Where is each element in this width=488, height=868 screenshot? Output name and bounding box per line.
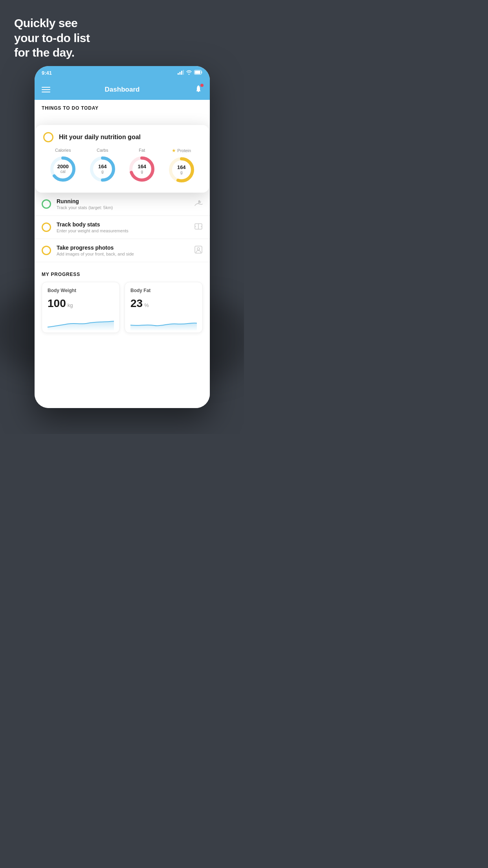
body-fat-title: Body Fat (130, 288, 197, 293)
todo-body-stats[interactable]: Track body stats Enter your weight and m… (35, 216, 210, 239)
progress-section: MY PROGRESS Body Weight 100 kg (35, 262, 210, 333)
nutrition-fat: Fat 164 g (128, 148, 156, 183)
fat-value: 164 (138, 164, 146, 169)
signal-icon (178, 70, 184, 75)
body-stats-checkbox[interactable] (42, 223, 51, 232)
person-icon (194, 245, 203, 256)
svg-rect-5 (195, 71, 200, 74)
body-fat-chart (130, 315, 197, 331)
calories-unit: cal (57, 170, 69, 174)
fat-unit: g (138, 170, 146, 174)
running-text: Running Track your stats (target: 5km) (57, 198, 194, 210)
carbs-label: Carbs (97, 148, 108, 153)
carbs-value: 164 (98, 164, 107, 169)
status-time: 9:41 (42, 70, 52, 76)
carbs-donut: 164 g (88, 155, 117, 183)
progress-photos-subtitle: Add images of your front, back, and side (57, 252, 194, 256)
status-bar: 9:41 (35, 66, 210, 79)
card-main-title: Hit your daily nutrition goal (59, 134, 141, 141)
scale-icon (194, 222, 203, 233)
nutrition-calories: Calories 2000 cal (49, 148, 77, 183)
body-weight-value-row: 100 kg (48, 297, 114, 310)
body-fat-unit: % (144, 302, 149, 308)
protein-label: ★ Protein (172, 148, 191, 153)
hero-line3: for the day. (14, 45, 90, 60)
running-subtitle: Track your stats (target: 5km) (57, 205, 194, 210)
nutrition-protein: ★ Protein 164 g (167, 148, 196, 184)
running-checkbox[interactable] (42, 199, 51, 209)
notification-bell[interactable] (194, 85, 203, 95)
nutrition-circles: Calories 2000 cal (43, 148, 201, 184)
svg-point-14 (198, 200, 200, 202)
wifi-icon (186, 70, 192, 75)
calories-value: 2000 (57, 164, 69, 169)
body-stats-text: Track body stats Enter your weight and m… (57, 221, 194, 233)
todo-list: Running Track your stats (target: 5km) T… (35, 193, 210, 262)
status-icons (178, 70, 203, 75)
phone-frame: 9:41 (35, 66, 210, 408)
nutrition-card: Hit your daily nutrition goal Calories 2 (35, 125, 209, 193)
nutrition-checkbox[interactable] (43, 132, 53, 142)
svg-rect-2 (181, 71, 182, 75)
fat-label: Fat (139, 148, 145, 153)
protein-value: 164 (177, 165, 186, 170)
progress-cards: Body Weight 100 kg (42, 282, 203, 333)
running-title: Running (57, 198, 194, 204)
header-title: Dashboard (105, 86, 140, 94)
body-weight-card[interactable]: Body Weight 100 kg (42, 282, 120, 333)
progress-header: MY PROGRESS (42, 272, 203, 277)
svg-rect-1 (180, 72, 181, 75)
calories-donut: 2000 cal (49, 155, 77, 183)
body-stats-subtitle: Enter your weight and measurements (57, 228, 194, 233)
body-weight-value: 100 (48, 297, 66, 310)
protein-unit: g (177, 171, 186, 175)
todo-running[interactable]: Running Track your stats (target: 5km) (35, 193, 210, 216)
body-fat-card[interactable]: Body Fat 23 % (125, 282, 203, 333)
calories-label: Calories (55, 148, 71, 153)
fat-donut: 164 g (128, 155, 156, 183)
nutrition-carbs: Carbs 164 g (88, 148, 117, 183)
hamburger-menu[interactable] (42, 87, 50, 92)
svg-point-20 (197, 248, 200, 250)
body-weight-chart (48, 315, 114, 331)
svg-rect-3 (183, 70, 184, 75)
svg-rect-0 (178, 73, 179, 75)
progress-photos-text: Take progress photos Add images of your … (57, 245, 194, 256)
protein-donut: 164 g (167, 156, 196, 184)
body-stats-title: Track body stats (57, 221, 194, 228)
hero-line2: your to-do list (14, 31, 90, 46)
star-icon: ★ (172, 148, 176, 153)
body-weight-title: Body Weight (48, 288, 114, 293)
notification-dot (200, 84, 204, 87)
body-weight-unit: kg (68, 302, 73, 308)
app-header: Dashboard (35, 79, 210, 100)
hero-text: Quickly see your to-do list for the day. (14, 16, 90, 60)
running-icon (194, 200, 203, 209)
body-fat-value-row: 23 % (130, 297, 197, 310)
body-fat-value: 23 (130, 297, 143, 310)
battery-icon (194, 70, 203, 75)
hero-line1: Quickly see (14, 16, 90, 31)
carbs-unit: g (98, 170, 107, 174)
card-title-row: Hit your daily nutrition goal (43, 132, 201, 142)
progress-photos-title: Take progress photos (57, 245, 194, 251)
progress-photos-checkbox[interactable] (42, 246, 51, 255)
todo-progress-photos[interactable]: Take progress photos Add images of your … (35, 239, 210, 262)
app-content: THINGS TO DO TODAY Hit your daily nutrit… (35, 100, 210, 408)
things-to-do-header: THINGS TO DO TODAY (35, 100, 210, 114)
